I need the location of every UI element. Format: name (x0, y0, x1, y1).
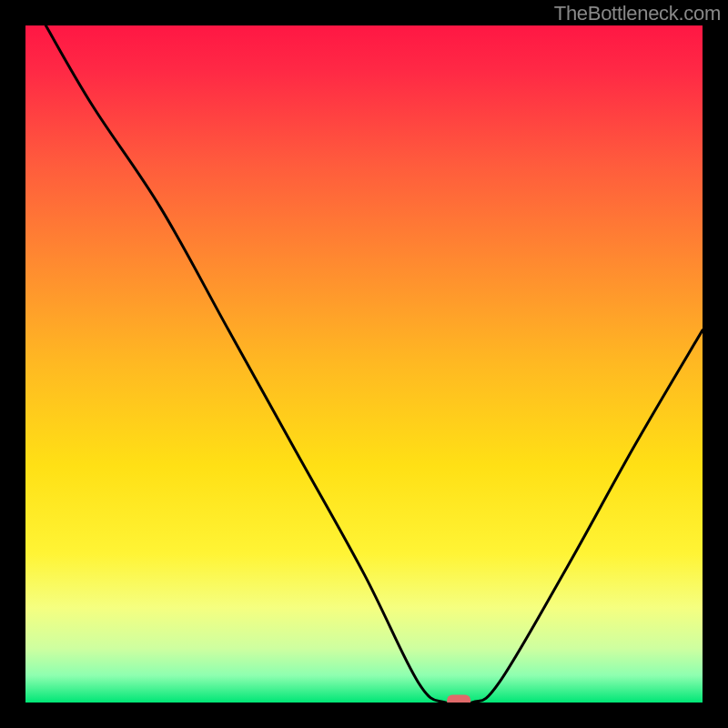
attribution-watermark: TheBottleneck.com (554, 2, 721, 25)
plot-area (25, 25, 703, 703)
bottleneck-chart: TheBottleneck.com (0, 0, 728, 728)
gradient-background (25, 25, 703, 703)
optimum-marker (447, 695, 470, 703)
chart-svg (25, 25, 703, 703)
